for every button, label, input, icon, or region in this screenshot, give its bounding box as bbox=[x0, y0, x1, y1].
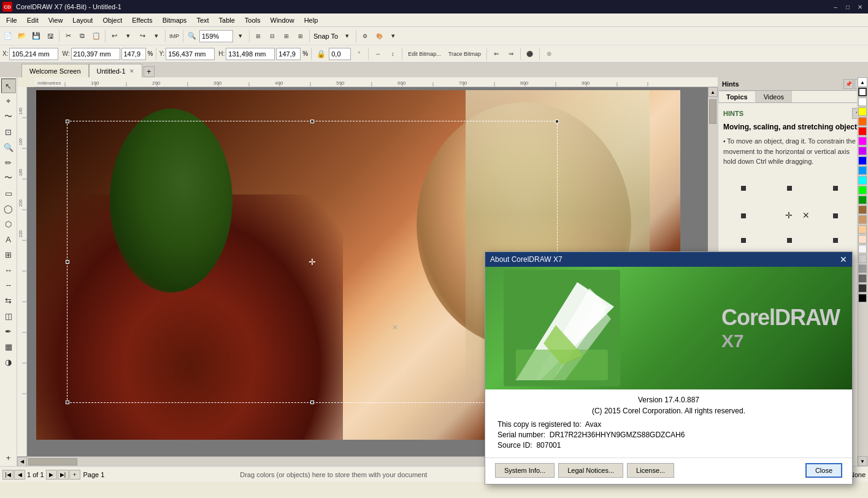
menu-edit[interactable]: Edit bbox=[22, 15, 44, 25]
color-swatch-red[interactable] bbox=[858, 127, 867, 136]
h-scroll-thumb[interactable] bbox=[28, 458, 77, 465]
tab-welcome[interactable]: Welcome Screen bbox=[21, 64, 89, 77]
trace-bitmap-btn[interactable]: Trace Bitmap bbox=[445, 47, 484, 61]
y-coord[interactable] bbox=[166, 48, 215, 60]
align-right-btn[interactable]: ⇒ bbox=[504, 47, 518, 61]
page-next-btn[interactable]: ▶ bbox=[46, 470, 57, 480]
redo-btn[interactable]: ↪ bbox=[136, 29, 149, 43]
menu-help[interactable]: Help bbox=[299, 15, 323, 25]
smooth-tool[interactable]: 〜 bbox=[1, 109, 16, 124]
color-swatch-yellow[interactable] bbox=[858, 107, 867, 116]
menu-tools[interactable]: Tools bbox=[240, 15, 266, 25]
snap-v-btn[interactable]: ⊞ bbox=[280, 29, 293, 43]
system-info-btn[interactable]: System Info... bbox=[495, 463, 555, 478]
new-btn[interactable]: 📄 bbox=[1, 29, 15, 43]
zoom-in-btn[interactable]: 🔍 bbox=[185, 29, 199, 43]
h-value[interactable] bbox=[226, 48, 275, 60]
add-page-btn[interactable]: + bbox=[69, 470, 80, 480]
undo-btn[interactable]: ↩ bbox=[107, 29, 121, 43]
menu-text[interactable]: Text bbox=[191, 15, 213, 25]
color-swatch-vdkgray[interactable] bbox=[858, 284, 867, 293]
edit-bitmap-btn[interactable]: Edit Bitmap... bbox=[405, 47, 444, 61]
panel-pin-btn[interactable]: 📌 bbox=[843, 79, 853, 89]
save-btn[interactable]: 💾 bbox=[29, 29, 43, 43]
paste-btn[interactable]: 📋 bbox=[90, 29, 103, 43]
maximize-btn[interactable]: □ bbox=[842, 2, 853, 12]
menu-window[interactable]: Window bbox=[266, 15, 299, 25]
blend-tool[interactable]: ⇆ bbox=[1, 293, 16, 308]
undo-drop-btn[interactable]: ▾ bbox=[121, 29, 135, 43]
polygon-tool[interactable]: ⬡ bbox=[1, 216, 16, 231]
color-swatch-violet[interactable] bbox=[858, 147, 867, 155]
add-tab-btn[interactable]: + bbox=[144, 66, 155, 77]
flip-h-btn[interactable]: ↔ bbox=[371, 47, 385, 61]
options-btn[interactable]: ⚙ bbox=[358, 29, 372, 43]
connector-tool[interactable]: ╌ bbox=[1, 278, 16, 293]
color-swatch-blue[interactable] bbox=[858, 156, 867, 165]
menu-file[interactable]: File bbox=[1, 15, 22, 25]
menu-effects[interactable]: Effects bbox=[127, 15, 157, 25]
color-swatch-tan[interactable] bbox=[858, 215, 867, 224]
eyedropper-tool[interactable]: ✒ bbox=[1, 324, 16, 339]
color-swatch-orange[interactable] bbox=[858, 117, 867, 126]
close-btn[interactable]: ✕ bbox=[855, 2, 866, 12]
add-node-btn[interactable]: ⚫ bbox=[523, 47, 537, 61]
color-swatch-green[interactable] bbox=[858, 186, 867, 194]
open-btn[interactable]: 📂 bbox=[15, 29, 29, 43]
menu-bitmaps[interactable]: Bitmaps bbox=[158, 15, 192, 25]
parallel-dim-tool[interactable]: ↔ bbox=[1, 262, 16, 277]
rect-tool[interactable]: ▭ bbox=[1, 186, 16, 201]
ellipse-tool[interactable]: ◯ bbox=[1, 201, 16, 216]
w-value[interactable] bbox=[71, 48, 120, 60]
pub-drop-btn[interactable]: ▾ bbox=[386, 29, 400, 43]
tab-untitled-close[interactable]: ✕ bbox=[129, 68, 134, 74]
color-swatch-lightpeach[interactable] bbox=[858, 235, 867, 243]
color-swatch-lightgray[interactable] bbox=[858, 245, 867, 253]
no-color-swatch[interactable] bbox=[858, 88, 867, 96]
table-tool[interactable]: ⊞ bbox=[1, 247, 16, 262]
menu-table[interactable]: Table bbox=[214, 15, 240, 25]
color-swatch-cyan[interactable] bbox=[858, 176, 867, 185]
color-swatch-magenta[interactable] bbox=[858, 137, 867, 145]
align-left-btn[interactable]: ⇐ bbox=[490, 47, 503, 61]
transparency-tool[interactable]: ◫ bbox=[1, 308, 16, 323]
palette-scroll-up[interactable]: ▲ bbox=[858, 77, 867, 87]
minimize-btn[interactable]: – bbox=[830, 2, 841, 12]
shape-tool[interactable]: ⌖ bbox=[1, 94, 16, 109]
angle-input[interactable] bbox=[329, 48, 351, 60]
redo-drop-btn[interactable]: ▾ bbox=[150, 29, 163, 43]
scroll-left-btn[interactable]: ◀ bbox=[17, 457, 27, 467]
page-prev-btn[interactable]: ◀ bbox=[14, 470, 25, 480]
color-swatch-gray[interactable] bbox=[858, 255, 867, 263]
degree-btn[interactable]: ° bbox=[352, 47, 366, 61]
zoom-tool[interactable]: 🔍 bbox=[1, 140, 16, 155]
zoom-input[interactable]: 159% bbox=[199, 30, 233, 42]
x-coord[interactable] bbox=[9, 48, 58, 60]
angle2[interactable] bbox=[276, 48, 301, 60]
close-dialog-btn[interactable]: Close bbox=[805, 463, 842, 478]
cut-btn[interactable]: ✂ bbox=[61, 29, 75, 43]
add-tool-btn[interactable]: + bbox=[1, 450, 16, 465]
crop-tool[interactable]: ⊡ bbox=[1, 124, 16, 139]
zoom-window-btn[interactable]: ⊕ bbox=[542, 47, 556, 61]
color-swatch-peach[interactable] bbox=[858, 225, 867, 234]
scroll-up-btn[interactable]: ▲ bbox=[708, 87, 718, 97]
snap-to-drop-btn[interactable]: ▾ bbox=[340, 29, 354, 43]
color-swatch-ltblue[interactable] bbox=[858, 166, 867, 175]
color-swatch-dkgray[interactable] bbox=[858, 264, 867, 273]
dialog-close-btn[interactable]: ✕ bbox=[840, 255, 847, 264]
zoom-drop-btn[interactable]: ▾ bbox=[234, 29, 247, 43]
menu-layout[interactable]: Layout bbox=[67, 15, 98, 25]
snap-h-btn[interactable]: ⊟ bbox=[266, 29, 279, 43]
smart-fill-tool[interactable]: ◑ bbox=[1, 354, 16, 369]
color-swatch-black[interactable] bbox=[858, 294, 867, 302]
select-tool[interactable]: ↖ bbox=[1, 79, 16, 93]
text-tool[interactable]: A bbox=[1, 232, 16, 247]
tab-videos[interactable]: Videos bbox=[756, 91, 792, 102]
grid-btn[interactable]: ⊞ bbox=[294, 29, 307, 43]
menu-view[interactable]: View bbox=[44, 15, 68, 25]
tab-untitled[interactable]: Untitled-1 ✕ bbox=[89, 64, 142, 77]
page-last-btn[interactable]: ▶| bbox=[58, 470, 69, 480]
tab-topics[interactable]: Topics bbox=[718, 91, 756, 102]
copy-btn[interactable]: ⧉ bbox=[75, 29, 89, 43]
